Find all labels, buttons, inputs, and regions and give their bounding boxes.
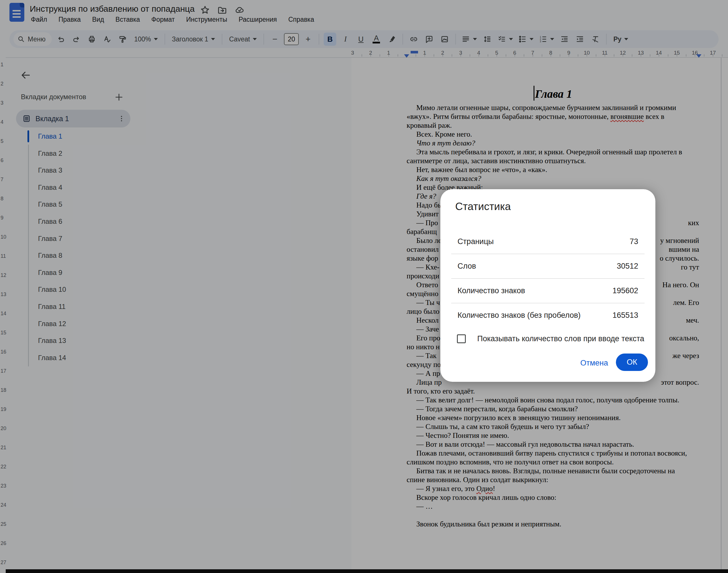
dialog-title: Статистика [455,201,511,213]
stat-label: Количество знаков (без пробелов) [457,311,581,320]
row-divider [451,278,644,279]
stat-label: Количество знаков [457,286,525,295]
stat-label: Слов [457,262,476,271]
stat-value: 195602 [613,286,638,295]
word-count-display-option[interactable]: Показывать количество слов при вводе тек… [457,334,644,343]
stat-value: 165513 [613,311,638,320]
row-divider [451,303,644,303]
checkbox-unchecked[interactable] [457,334,466,343]
cancel-button[interactable]: Отмена [574,357,614,369]
stat-value: 30512 [617,262,638,271]
checkbox-label: Показывать количество слов при вводе тек… [477,334,644,343]
stat-value: 73 [630,237,638,246]
ok-button[interactable]: ОК [616,354,648,371]
row-divider [451,254,644,254]
stat-label: Страницы [457,237,494,246]
statistics-dialog: Статистика Страницы73Слов30512Количество… [440,189,656,382]
